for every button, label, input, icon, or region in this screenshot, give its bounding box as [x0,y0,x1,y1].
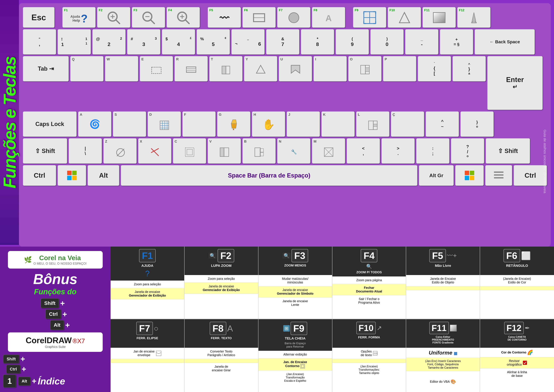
key-pipe[interactable]: | \ [69,138,102,164]
key-k[interactable]: K [321,112,355,137]
key-esc[interactable]: Esc [23,7,55,28]
key-w[interactable]: W [105,56,138,81]
key-8[interactable]: * 8 [301,29,334,55]
key-7[interactable]: & 7 [266,29,299,55]
key-f[interactable]: F [182,112,216,137]
vertical-title: Funções e Teclas [0,0,19,245]
key-gt[interactable]: > . [381,138,415,164]
key-a[interactable]: A 🌀 [78,112,111,137]
key-caps-lock[interactable]: Caps Lock [23,112,77,137]
key-win-right[interactable] [455,165,484,186]
key-0[interactable]: ) 0 [370,29,404,55]
ctrl-combo-key[interactable]: Ctrl [46,309,61,319]
key-1[interactable]: !1 11 [58,29,91,55]
key-colon[interactable]: : ; [416,138,450,164]
coreldraw-text: CorelDRAW [26,336,72,345]
key-b[interactable]: B [242,138,276,164]
svg-rect-67 [301,364,305,368]
key-p[interactable]: P [383,56,416,81]
key-m[interactable]: M [312,138,345,164]
key-y[interactable]: Y [244,56,277,81]
win-logo-left [67,171,77,180]
key-o[interactable]: O [348,56,381,81]
key-f1[interactable]: F1 AjudaHelp ? [62,7,96,28]
key-u[interactable]: U [279,56,312,81]
fn-col-f11: F11 Caixa EditarPREENCHIMENTOFONTE Gradi… [406,319,480,392]
key-bracket-open[interactable]: ` { [ [418,56,451,81]
key-l[interactable]: L [356,112,389,137]
key-4[interactable]: $£ 4 [162,29,195,55]
key-e[interactable]: E [140,56,173,81]
key-enter[interactable]: Enter↵ [487,56,543,110]
key-v[interactable]: V [208,138,241,164]
f11-name: Caixa EditarPREENCHIMENTOFONTE Gradiente [432,336,454,344]
key-z[interactable]: Z [104,138,137,164]
key-f3[interactable]: F3 [132,7,165,28]
svg-line-26 [404,13,410,23]
key-2[interactable]: @2 2 [92,29,125,55]
ctrl-key2[interactable]: Ctrl [6,365,20,373]
key-tab[interactable]: Tab ⇥ [23,56,69,81]
shift-key2[interactable]: Shift [3,355,19,363]
key-9[interactable]: ( 9 [336,29,369,55]
key-backtick[interactable]: " , [23,29,56,55]
key-question[interactable]: ? / o [451,138,484,164]
key-bracket-close[interactable]: ^ } a [453,56,486,81]
key-win-left[interactable] [58,165,86,186]
key-n[interactable]: N 🔧 [277,138,310,164]
key-menu[interactable] [485,165,512,186]
key-ctrl-right[interactable]: Ctrl [514,165,547,186]
alt-combo-key[interactable]: Alt [50,320,64,330]
key-f12[interactable]: F12 [457,7,491,28]
key-backspace[interactable]: ← Back Space [475,29,535,55]
alt-key2[interactable]: Alt [18,377,31,385]
key-shift-right[interactable]: ⇧ Shift [486,138,530,164]
key-f4[interactable]: F4 [167,7,200,28]
key-q[interactable]: Q [70,56,104,81]
key-f5[interactable]: F5 〰 [208,7,241,28]
key-c[interactable]: C [173,138,206,164]
key-h[interactable]: H ✋ [252,112,285,137]
shift-combo-key[interactable]: Shift [41,298,59,308]
key-minus[interactable]: _ - [405,29,438,55]
key-j[interactable]: J [287,112,320,137]
key-lt[interactable]: < , [347,138,380,164]
key-space[interactable]: Space Bar (Barra de Espaço) [121,165,417,186]
key-f7[interactable]: F7 [277,7,310,28]
num1-key[interactable]: 1 [3,375,16,388]
key-equals[interactable]: + = § [440,29,473,55]
key-i[interactable]: I [314,56,347,81]
key-c-cedilla[interactable]: Ç [391,112,424,137]
fn-col-f12: F12 ✒ Caixa CANETADE CONTORNO Cor de Con… [480,319,554,392]
coreldraw-logo-box: CorelDRAW ®X7 Graphics Suite [8,332,103,352]
key-ctrl-left[interactable]: Ctrl [23,165,56,186]
key-3[interactable]: #3 3 [127,29,160,55]
key-g[interactable]: G [217,112,250,137]
key-6[interactable]: .. ¬6 [231,29,265,55]
key-alt-gr[interactable]: Alt Gr [419,165,454,186]
key-f6[interactable]: F6 [242,7,276,28]
key-t[interactable]: T [209,56,242,81]
key-x[interactable]: X [138,138,171,164]
f11-row2: (Jan.Enc) Inserir CaracteresFont, Código… [406,358,480,371]
key-d[interactable]: D [148,112,181,137]
key-f9[interactable]: F9 [353,7,386,28]
f10-row1: Opçõesde texto RRR [332,348,406,359]
svg-rect-57 [255,148,260,156]
key-f10[interactable]: F10 [388,7,421,28]
key-5[interactable]: %¢ 5 [197,29,230,55]
f5-label: F5 [209,8,213,12]
key-shift-left[interactable]: ⇧ Shift [23,138,67,164]
f5-row1: Janela de EncaixeEstilo de Objeto [406,275,480,286]
key-r[interactable]: R [174,56,208,81]
bonus-label: Bônus [33,271,77,287]
key-f8[interactable]: F8 A [312,7,345,28]
key-brace-close[interactable]: } o [460,112,494,137]
f10-label: F10 [389,8,395,12]
key-f11[interactable]: F11 [422,7,456,28]
key-alt-left[interactable]: Alt [88,165,119,186]
f7-row1: Jan de encaixeenvelope [111,348,184,359]
key-s[interactable]: S [113,112,146,137]
key-tilde[interactable]: ^ ~ [426,112,459,137]
key-f2[interactable]: F2 [97,7,130,28]
